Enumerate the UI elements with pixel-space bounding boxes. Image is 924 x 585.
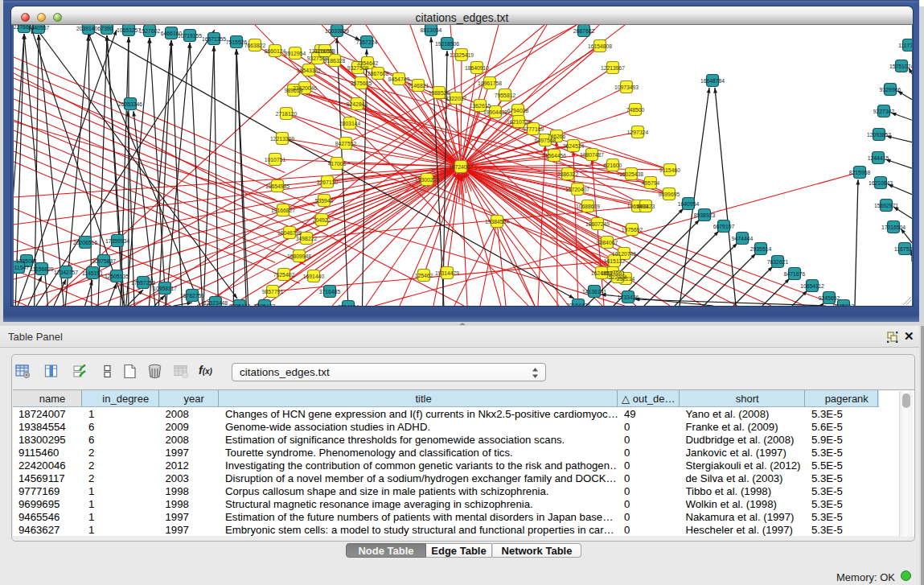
svg-text:3911547: 3911547: [14, 265, 29, 270]
svg-text:10958117: 10958117: [153, 286, 177, 291]
svg-text:3716485: 3716485: [319, 289, 341, 295]
svg-text:1145191: 1145191: [82, 270, 103, 276]
svg-text:2386322: 2386322: [557, 171, 579, 177]
svg-text:1691440: 1691440: [303, 274, 325, 279]
svg-text:20164436: 20164436: [566, 303, 590, 307]
svg-text:10688609: 10688609: [576, 204, 600, 209]
svg-text:1167533: 1167533: [894, 246, 912, 252]
svg-text:989618: 989618: [285, 88, 303, 93]
svg-text:16154808: 16154808: [588, 43, 612, 49]
svg-text:1975692: 1975692: [622, 227, 643, 233]
svg-text:8186328: 8186328: [324, 58, 346, 64]
svg-text:1362615: 1362615: [470, 103, 491, 109]
svg-text:1116058: 1116058: [314, 48, 335, 54]
svg-text:15720407: 15720407: [565, 187, 589, 192]
svg-text:1640954: 1640954: [678, 201, 700, 207]
svg-text:8215958: 8215958: [849, 170, 871, 175]
svg-text:8912954: 8912954: [285, 51, 306, 56]
svg-text:10025438: 10025438: [619, 171, 643, 177]
svg-text:9699695: 9699695: [659, 192, 680, 197]
svg-text:3624534: 3624534: [563, 143, 585, 149]
svg-text:17957253: 17957253: [131, 280, 155, 286]
svg-text:26053346: 26053346: [118, 101, 142, 107]
svg-text:9329966: 9329966: [880, 87, 901, 93]
svg-text:7625402: 7625402: [273, 272, 295, 278]
svg-text:15692971: 15692971: [874, 203, 898, 208]
svg-text:1615132: 1615132: [604, 258, 626, 264]
svg-text:20391406: 20391406: [76, 26, 101, 31]
svg-text:9245012: 9245012: [833, 303, 855, 307]
svg-text:9227342: 9227342: [873, 109, 895, 114]
svg-text:18640910: 18640910: [465, 65, 489, 71]
svg-text:535944: 535944: [315, 198, 334, 204]
svg-text:2867608: 2867608: [368, 71, 389, 76]
svg-text:9505133: 9505133: [254, 303, 276, 307]
svg-text:1244415: 1244415: [868, 155, 889, 161]
svg-text:16210722: 16210722: [507, 119, 531, 125]
svg-text:8427552: 8427552: [335, 141, 357, 146]
svg-text:2687682: 2687682: [573, 28, 595, 34]
svg-text:19314479: 19314479: [435, 270, 459, 276]
svg-text:2935514: 2935514: [750, 246, 772, 252]
svg-text:10719155: 10719155: [178, 33, 202, 39]
svg-text:748500: 748500: [626, 107, 645, 113]
svg-text:2718120: 2718120: [276, 111, 298, 117]
svg-text:16671355: 16671355: [202, 36, 226, 42]
svg-text:9084067: 9084067: [597, 240, 618, 245]
svg-text:10973493: 10973493: [614, 84, 639, 90]
svg-text:16210643: 16210643: [869, 180, 893, 186]
svg-text:12323448: 12323448: [203, 300, 228, 306]
svg-text:9777169: 9777169: [523, 126, 544, 132]
svg-text:7390: 7390: [101, 26, 113, 31]
svg-text:9327509: 9327509: [347, 65, 369, 71]
svg-text:522214: 522214: [609, 274, 627, 280]
svg-text:490423: 490423: [637, 204, 655, 209]
svg-text:10807487: 10807487: [580, 152, 604, 158]
svg-text:9115460: 9115460: [659, 167, 680, 173]
svg-text:1117304: 1117304: [898, 43, 912, 48]
svg-text:9857791: 9857791: [262, 289, 284, 295]
svg-text:3498222: 3498222: [296, 236, 318, 241]
svg-text:3675685: 3675685: [351, 80, 372, 86]
svg-text:16648784: 16648784: [700, 78, 725, 84]
svg-text:204922: 204922: [313, 217, 331, 223]
svg-text:6497568: 6497568: [535, 138, 556, 143]
svg-text:8938923: 8938923: [694, 212, 716, 218]
svg-text:9242848: 9242848: [347, 101, 368, 107]
svg-text:12505135: 12505135: [105, 274, 129, 279]
svg-text:10654112: 10654112: [800, 283, 824, 289]
svg-text:8813054: 8813054: [421, 27, 442, 33]
svg-text:1297324: 1297324: [627, 130, 649, 135]
svg-text:10653257: 10653257: [117, 27, 141, 33]
svg-text:21564456: 21564456: [542, 153, 566, 159]
svg-text:12093852: 12093852: [867, 132, 891, 138]
svg-text:18807249: 18807249: [585, 221, 610, 227]
svg-text:1335061: 1335061: [16, 258, 38, 264]
svg-text:11156829: 11156829: [30, 266, 53, 272]
svg-text:3354642: 3354642: [357, 60, 379, 66]
svg-text:7663822: 7663822: [244, 43, 266, 48]
svg-text:13325419: 13325419: [450, 52, 474, 58]
svg-text:7254024: 7254024: [338, 304, 359, 307]
svg-text:2803144: 2803144: [339, 121, 361, 126]
svg-text:9245652: 9245652: [819, 295, 840, 301]
svg-text:19218506: 19218506: [435, 41, 459, 47]
svg-text:12213369: 12213369: [270, 136, 294, 142]
svg-text:495794: 495794: [642, 180, 660, 186]
svg-text:7955812: 7955812: [495, 93, 516, 98]
svg-text:17359934: 17359934: [105, 238, 129, 244]
svg-text:3267130: 3267130: [317, 179, 339, 185]
svg-text:16809948: 16809948: [287, 253, 311, 259]
svg-text:12342757: 12342757: [54, 270, 78, 275]
svg-text:125462: 125462: [415, 273, 433, 278]
svg-text:9146821: 9146821: [408, 83, 429, 89]
svg-text:15751074: 15751074: [889, 64, 912, 69]
svg-text:1010751: 1010751: [265, 157, 286, 163]
svg-text:8454749: 8454749: [388, 76, 410, 82]
svg-text:19654985: 19654985: [265, 183, 290, 189]
svg-text:8471676: 8471676: [784, 271, 806, 277]
svg-text:16543382: 16543382: [297, 68, 321, 73]
svg-text:1840557: 1840557: [28, 25, 50, 31]
svg-text:6679197: 6679197: [713, 224, 735, 229]
svg-text:621600: 621600: [604, 163, 622, 168]
